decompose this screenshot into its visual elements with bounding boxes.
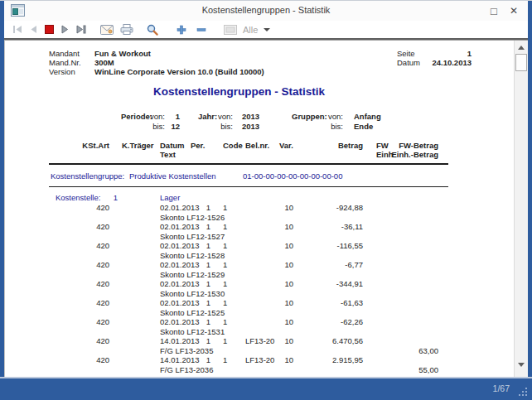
cell-per: 1 [190,336,210,346]
cell-belnr: LF13-20 [245,355,274,365]
table-row: 420 02.01.2013 1 1 10 -116,55 Skonto LF1… [5,241,515,260]
scroll-down-icon[interactable] [518,363,525,367]
group-name: Produktive Kostenstellen [129,171,216,181]
cell-per: 1 [190,222,210,232]
close-button[interactable]: ✕ [505,2,523,19]
bis-label: bis: [318,122,343,132]
previous-page-button[interactable] [26,22,41,37]
divider [49,163,448,165]
cell-kstart: 420 [41,241,109,251]
plus-icon [177,25,186,35]
table-row: 420 02.01.2013 1 1 10 -62,26 Skonto LF12… [5,317,515,336]
play-icon [60,25,70,34]
col-header-belnr: Bel.nr. [245,141,269,151]
col-header-datum: Datum [160,141,185,151]
col-header-per: Per. [191,141,205,151]
cell-text: Skonto LF12-1527 [160,232,225,242]
cell-per: 1 [190,355,210,365]
cell-code: 1 [223,298,227,308]
cell-kstart: 420 [41,279,109,289]
toolbar: Alle [4,21,528,40]
last-page-icon [75,25,86,34]
cell-text: F/G LF13-2035 [160,346,213,356]
print-icon [120,24,133,35]
report-viewer: Mandant Fun & Workout Mand.Nr. 300M Vers… [4,40,528,378]
periode-bis-value: 12 [155,122,180,132]
window-border-right [528,1,532,400]
zoom-in-button[interactable] [173,22,189,37]
cell-per: 1 [190,279,210,289]
vertical-scrollbar[interactable] [514,41,528,378]
page-preview-button[interactable] [222,22,238,37]
von-label: von: [318,112,343,122]
periode-von-value: 1 [155,112,180,122]
cell-betrag: -36,11 [280,222,363,232]
minus-icon [196,25,206,35]
cell-per: 1 [190,203,210,213]
gruppen-von-value: Anfang [354,112,381,122]
page-indicator: 1/67 [493,383,510,393]
mandnr-value: 300M [94,58,114,68]
chevron-down-icon[interactable] [264,28,270,31]
divider [49,186,448,187]
scroll-up-icon[interactable] [518,46,525,50]
zoom-out-button[interactable] [193,22,209,37]
cell-text: F/G LF13-2036 [160,365,213,375]
col-header-betrag: Betrag [280,141,363,151]
jahr-von-value: 2013 [242,112,259,122]
cell-code: 1 [223,336,227,346]
kostenstelle-number: 1 [92,193,118,203]
cell-per: 1 [190,241,210,251]
cell-fwbetrag: 55,00 [355,365,438,375]
table-row: 420 14.01.2013 1 1 LF13-20 10 2.915,95 F… [5,355,515,374]
print-button[interactable] [118,22,134,37]
cell-kstart: 420 [41,222,109,232]
stop-icon [45,25,54,34]
cell-code: 1 [223,317,227,327]
window-title: Kostenstellengruppen - Statistik [4,5,528,15]
app-window: Kostenstellengruppen - Statistik □ ✕ [0,0,532,400]
gruppen-bis-value: Ende [354,122,373,132]
cell-text: Skonto LF12-1526 [160,213,225,223]
cell-betrag: -6,77 [280,260,363,270]
table-row: 420 02.01.2013 1 1 10 -344,91 Skonto LF1… [5,279,515,298]
maximize-button[interactable]: □ [485,2,503,19]
page-preview-icon [224,25,237,35]
cell-code: 1 [223,241,227,251]
window-border-left [0,1,4,400]
first-page-button[interactable] [10,22,26,37]
report-title: Kostenstellengruppen - Statistik [5,85,473,98]
last-page-button[interactable] [73,22,89,37]
play-button[interactable] [57,22,73,37]
cell-kstart: 420 [41,336,109,346]
email-button[interactable] [99,22,114,37]
cell-code: 1 [223,203,227,213]
cell-text: Skonto LF12-1530 [160,289,225,299]
report-page: Mandant Fun & Workout Mand.Nr. 300M Vers… [5,41,515,378]
cell-betrag: 6.470,56 [280,336,363,346]
zoom-button[interactable] [144,22,160,37]
scrollbar-thumb[interactable] [515,54,527,71]
cell-kstart: 420 [41,317,109,327]
cell-betrag: -924,88 [280,203,363,213]
table-row: 420 14.01.2013 1 1 LF13-20 10 6.470,56 F… [5,336,515,355]
seite-value: 1 [411,49,472,59]
titlebar[interactable]: Kostenstellengruppen - Statistik □ ✕ [4,1,528,21]
statusbar: 1/67 [0,377,532,400]
mandnr-label: Mand.Nr. [49,58,81,68]
mandant-label: Mandant [49,49,80,59]
col-header-text: Text [160,150,176,160]
cell-text: Skonto LF12-1531 [160,327,225,337]
kostenstelle-name: Lager [160,193,180,203]
cell-text: Skonto LF12-1529 [160,270,225,280]
group-code: 01-00-00-00-00-00-00-00-00 [243,171,342,181]
email-icon [100,25,114,35]
cell-kstart: 420 [41,355,109,365]
stop-button[interactable] [41,22,57,37]
cell-code: 1 [223,222,227,232]
resize-grip-icon[interactable] [518,387,527,396]
cell-kstart: 420 [41,298,109,308]
col-header-fwbetrag: FW-Betrag [355,141,438,151]
zoom-level-select[interactable]: Alle [243,25,258,35]
datum-value: 24.10.2013 [411,58,472,68]
